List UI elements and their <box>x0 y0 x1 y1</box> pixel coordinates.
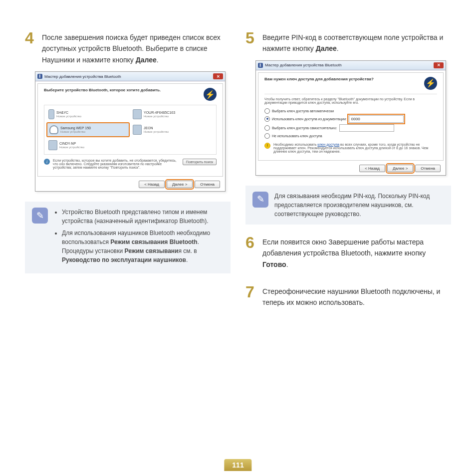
dialog-heading: Вам нужен ключ доступа для добавления ус… <box>264 77 437 90</box>
pencil-icon: ✎ <box>252 192 268 208</box>
device-item-selected[interactable]: Samsung WEP 150Новое устройство <box>46 122 130 137</box>
phone-icon <box>48 109 54 119</box>
radio-icon <box>264 108 270 114</box>
bluetooth-wizard-dialog-select: ⁑ Мастер добавления устройства Bluetooth… <box>35 71 226 192</box>
back-button[interactable]: < Назад <box>359 165 385 172</box>
note-item: Для использования наушников Bluetooth не… <box>62 229 224 264</box>
computer-icon <box>133 109 142 119</box>
dialog-title: Мастер добавления устройства Bluetooth <box>44 74 213 79</box>
note-list: Устройство Bluetooth представлено типом … <box>54 208 224 267</box>
note-box: ✎ Для связывания необходим PIN-код. Поск… <box>245 186 451 225</box>
headset-icon <box>49 125 58 134</box>
two-column-layout: 4 После завершения поиска будет приведен… <box>25 30 451 314</box>
cancel-button[interactable]: Отмена <box>195 181 220 188</box>
dialog-button-row: < Назад Далее > Отмена <box>35 179 225 191</box>
note-item: Устройство Bluetooth представлено типом … <box>62 208 224 226</box>
close-icon[interactable]: ✕ <box>434 62 444 68</box>
radio-option-auto[interactable]: Выбрать ключ доступа автоматически <box>264 108 437 114</box>
device-list: SH&YCНовое устройство YOUR-4F6485C163Нов… <box>44 105 217 155</box>
next-button[interactable]: Далее > <box>387 165 413 172</box>
bluetooth-icon: ⁑ <box>37 74 42 79</box>
page-number-wrap: 111 <box>224 459 251 471</box>
step-text: Стереофонические наушники Bluetooth подк… <box>262 284 451 308</box>
step-text: После завершения поиска будет приведен с… <box>42 30 231 65</box>
step-6: 6 Если появится окно Завершение работы м… <box>245 235 451 270</box>
pencil-icon: ✎ <box>32 208 48 224</box>
dialog-button-row: < Назад Далее > Отмена <box>256 163 446 175</box>
radio-option-none[interactable]: Не использовать ключ доступа <box>264 133 437 139</box>
pin-input[interactable]: 0000 <box>349 115 404 123</box>
note-text: Для связывания необходим PIN-код. Поскол… <box>274 192 444 219</box>
radio-option-custom[interactable]: Выбрать ключ доступа самостоятельно: <box>264 124 437 132</box>
step-number: 5 <box>245 30 257 54</box>
info-row: i Если устройство, которое вы хотите доб… <box>44 159 217 169</box>
dialog-title: Мастер добавления устройства Bluetooth <box>265 63 434 67</box>
bluetooth-wizard-dialog-pin: ⁑ Мастер добавления устройства Bluetooth… <box>255 60 446 176</box>
dialog-titlebar: ⁑ Мастер добавления устройства Bluetooth… <box>256 61 446 70</box>
warning-icon: ! <box>264 143 270 149</box>
bluetooth-logo-icon: ⚡ <box>204 88 217 101</box>
note-box: ✎ Устройство Bluetooth представлено типо… <box>25 202 231 273</box>
step-text: Введите PIN-код в соответствующем поле у… <box>262 30 451 54</box>
radio-option-doc[interactable]: Использовать ключ доступа из документаци… <box>264 115 437 123</box>
radio-icon <box>264 125 270 131</box>
back-button[interactable]: < Назад <box>139 181 165 188</box>
left-column: 4 После завершения поиска будет приведен… <box>25 30 231 314</box>
radio-icon <box>264 116 270 122</box>
step-number: 6 <box>245 235 257 270</box>
radio-icon <box>264 133 270 139</box>
bluetooth-logo-icon: ⚡ <box>424 77 437 90</box>
info-icon: i <box>44 159 50 165</box>
page-number: 111 <box>224 459 251 471</box>
manual-page: 4 После завершения поиска будет приведен… <box>0 0 476 476</box>
step-text: Если появится окно Завершение работы мас… <box>262 235 451 270</box>
dialog-body: Вам нужен ключ доступа для добавления ус… <box>258 72 444 161</box>
cancel-button[interactable]: Отмена <box>415 165 441 172</box>
pin-input-empty[interactable] <box>339 124 394 132</box>
dialog-subtext: Чтобы получить ответ, обратитесь к разде… <box>264 97 437 104</box>
dialog-titlebar: ⁑ Мастер добавления устройства Bluetooth… <box>35 72 225 81</box>
right-column: 5 Введите PIN-код в соответствующем поле… <box>245 30 451 314</box>
step-7: 7 Стереофонические наушники Bluetooth по… <box>245 284 451 308</box>
bluetooth-icon: ⁑ <box>258 63 263 68</box>
close-icon[interactable]: ✕ <box>213 73 223 79</box>
next-button[interactable]: Далее > <box>167 181 193 188</box>
computer-icon <box>48 140 57 150</box>
device-item[interactable]: CINDY-NPНовое устройство <box>46 138 130 152</box>
step-4: 4 После завершения поиска будет приведен… <box>25 30 231 65</box>
step-number: 4 <box>25 30 37 65</box>
dialog-body: Выберите устройство Bluetooth, которое х… <box>37 83 223 177</box>
device-item[interactable]: YOUR-4F6485C163Новое устройство <box>131 107 214 121</box>
dialog-heading: Выберите устройство Bluetooth, которое х… <box>44 88 217 101</box>
computer-icon <box>133 125 142 135</box>
step-5: 5 Введите PIN-код в соответствующем поле… <box>245 30 451 54</box>
step-number: 7 <box>245 284 257 308</box>
device-item[interactable]: SH&YCНовое устройство <box>46 107 130 121</box>
warning-row: ! Необходимо использовать ключ доступа в… <box>264 143 437 153</box>
passkey-link[interactable]: ключ доступа <box>317 143 339 146</box>
retry-search-button[interactable]: Повторить поиск <box>183 159 217 165</box>
device-item[interactable]: JEONНовое устройство <box>131 122 214 137</box>
